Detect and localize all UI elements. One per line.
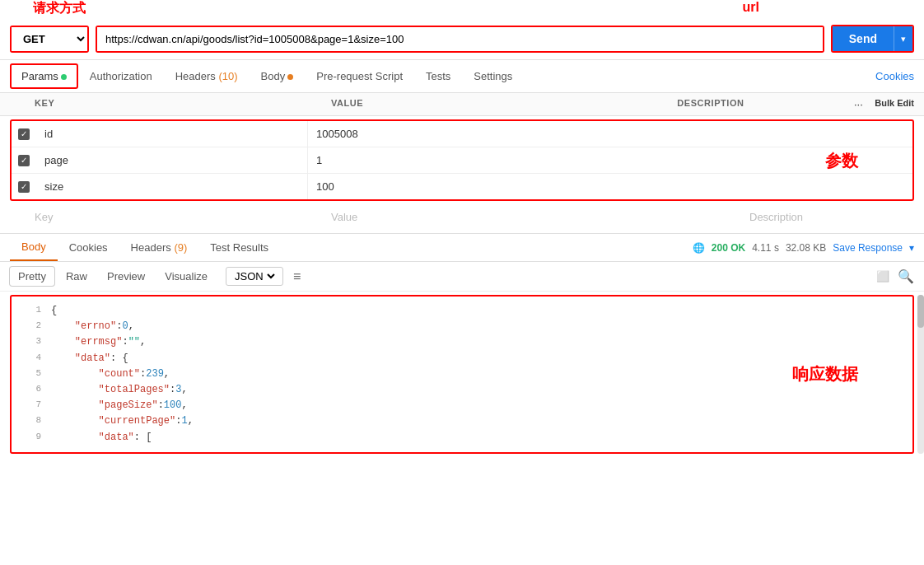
globe-icon: 🌐 <box>693 242 705 254</box>
tab-params[interactable]: Params <box>10 63 78 89</box>
response-status-bar: 🌐 200 OK 4.11 s 32.08 KB Save Response ▾ <box>693 242 914 254</box>
request-tabs-row: Params Authorization Headers (10) Body P… <box>0 60 924 93</box>
resp-tab-body[interactable]: Body <box>10 234 58 261</box>
line-num-1: 1 <box>18 303 41 319</box>
format-raw-btn[interactable]: Raw <box>58 267 96 286</box>
tab-body-label: Body <box>261 70 286 82</box>
param-check-size[interactable]: ✓ <box>12 175 36 199</box>
send-dropdown-button[interactable]: ▾ <box>894 26 912 51</box>
json-viewer-wrapper: 1 { 2 "errno" : 0 , 3 "errmsg" : "" , <box>0 295 924 454</box>
tab-prerequest[interactable]: Pre-request Script <box>305 62 414 91</box>
col-more-header: ··· <box>842 98 875 110</box>
tab-settings[interactable]: Settings <box>462 62 524 91</box>
request-bar: GET POST PUT DELETE PATCH Send ▾ <box>0 18 924 60</box>
search-icon[interactable]: 🔍 <box>898 268 914 284</box>
json-line-4: 4 "data" : { <box>12 351 912 367</box>
empty-param-row: Key Value Description <box>0 204 924 230</box>
params-header: KEY VALUE DESCRIPTION ··· Bulk Edit <box>0 93 924 116</box>
tab-tests[interactable]: Tests <box>414 62 462 91</box>
resp-tab-cookies-label: Cookies <box>69 241 108 254</box>
param-key-page[interactable]: page <box>36 147 308 173</box>
resp-tab-headers[interactable]: Headers (9) <box>119 235 199 260</box>
empty-key-label[interactable]: Key <box>35 211 331 223</box>
json-line-9: 9 "data" : [ <box>12 430 912 446</box>
status-size: 32.08 KB <box>786 242 826 254</box>
params-body-wrapper: ✓ id 1005008 ✓ page 1 ✓ size 100 <box>0 119 924 201</box>
status-time: 4.11 s <box>752 242 779 254</box>
param-row-size: ✓ size 100 <box>12 174 912 199</box>
param-key-id[interactable]: id <box>36 121 308 147</box>
empty-desc-label[interactable]: Description <box>749 211 914 223</box>
json-line-6: 6 "totalPages" : 3 , <box>12 382 912 398</box>
json-line-8: 8 "currentPage" : 1 , <box>12 413 912 429</box>
response-tabs-row: Body Cookies Headers (9) Test Results 🌐 … <box>0 233 924 262</box>
checkbox-size: ✓ <box>18 181 30 193</box>
status-ok: 200 OK <box>712 242 745 254</box>
method-select[interactable]: GET POST PUT DELETE PATCH <box>12 27 87 51</box>
format-visualize-btn[interactable]: Visualize <box>156 267 216 286</box>
body-dot <box>287 74 293 80</box>
tab-headers-label: Headers <box>175 70 216 82</box>
json-line-1: 1 { <box>12 303 912 319</box>
checkbox-page: ✓ <box>18 155 30 166</box>
scrollbar-thumb[interactable] <box>917 295 924 328</box>
url-input-wrapper <box>96 26 824 53</box>
cookies-link[interactable]: Cookies <box>875 70 914 82</box>
resp-tab-cookies[interactable]: Cookies <box>58 235 119 260</box>
tab-prerequest-label: Pre-request Script <box>316 70 403 82</box>
copy-icon[interactable]: ⬜ <box>876 270 889 282</box>
tab-authorization[interactable]: Authorization <box>78 62 164 91</box>
json-line-5: 5 "count" : 239 , <box>12 367 912 382</box>
resp-tab-test-results[interactable]: Test Results <box>198 235 280 260</box>
url-input[interactable] <box>97 27 823 51</box>
format-preview-btn[interactable]: Preview <box>99 267 153 286</box>
tab-headers[interactable]: Headers (10) <box>164 62 250 91</box>
empty-value-label[interactable]: Value <box>331 211 749 223</box>
checkbox-id: ✓ <box>18 128 30 140</box>
param-value-size[interactable]: 100 <box>308 174 912 199</box>
tab-tests-label: Tests <box>426 70 450 82</box>
params-body: ✓ id 1005008 ✓ page 1 ✓ size 100 <box>10 119 914 201</box>
filter-icon[interactable]: ≡ <box>293 269 301 284</box>
col-key-header: KEY <box>35 98 331 110</box>
save-response-arrow[interactable]: ▾ <box>909 242 914 254</box>
param-key-size[interactable]: size <box>36 174 308 199</box>
tab-params-label: Params <box>21 70 58 82</box>
tab-body[interactable]: Body <box>250 62 306 91</box>
json-line-3: 3 "errmsg" : "" , <box>12 334 912 350</box>
param-row-id: ✓ id 1005008 <box>12 121 912 147</box>
method-wrapper: GET POST PUT DELETE PATCH <box>10 26 89 53</box>
param-check-page[interactable]: ✓ <box>12 148 36 173</box>
resp-tab-test-label: Test Results <box>210 241 268 254</box>
params-dot <box>61 74 67 80</box>
save-response-link[interactable]: Save Response <box>833 242 903 254</box>
annotation-row: 请求方式 url <box>0 0 924 18</box>
scrollbar-track[interactable] <box>917 295 924 454</box>
annotation-url: url <box>743 0 759 15</box>
col-desc-header: DESCRIPTION <box>677 98 842 110</box>
json-viewer: 1 { 2 "errno" : 0 , 3 "errmsg" : "" , <box>10 295 914 454</box>
annotation-canshu: 参数 <box>825 149 858 171</box>
resp-tab-headers-label: Headers <box>131 241 171 254</box>
tab-settings-label: Settings <box>474 70 512 82</box>
param-value-page[interactable]: 1 <box>308 147 912 173</box>
tab-authorization-label: Authorization <box>90 70 152 82</box>
param-check-id[interactable]: ✓ <box>12 122 36 147</box>
json-line-2: 2 "errno" : 0 , <box>12 319 912 334</box>
param-row-page: ✓ page 1 <box>12 147 912 174</box>
resp-headers-count: (9) <box>174 241 187 254</box>
send-button[interactable]: Send <box>833 26 894 51</box>
json-line-7: 7 "pageSize" : 100 , <box>12 398 912 413</box>
resp-tab-body-label: Body <box>21 240 46 253</box>
annotation-xiangying: 响应数据 <box>792 363 858 385</box>
col-bulk-header[interactable]: Bulk Edit <box>875 98 914 110</box>
param-value-id[interactable]: 1005008 <box>308 121 912 147</box>
format-type-wrapper: JSON XML HTML Text <box>226 267 283 286</box>
annotation-qingqiu: 请求方式 <box>33 0 86 17</box>
send-button-wrapper: Send ▾ <box>831 25 914 53</box>
main-container: 请求方式 url GET POST PUT DELETE PATCH Send … <box>0 0 924 565</box>
col-value-header: VALUE <box>331 98 677 110</box>
format-row: Pretty Raw Preview Visualize JSON XML HT… <box>0 262 924 292</box>
format-pretty-btn[interactable]: Pretty <box>10 267 54 286</box>
format-type-select[interactable]: JSON XML HTML Text <box>231 269 278 283</box>
